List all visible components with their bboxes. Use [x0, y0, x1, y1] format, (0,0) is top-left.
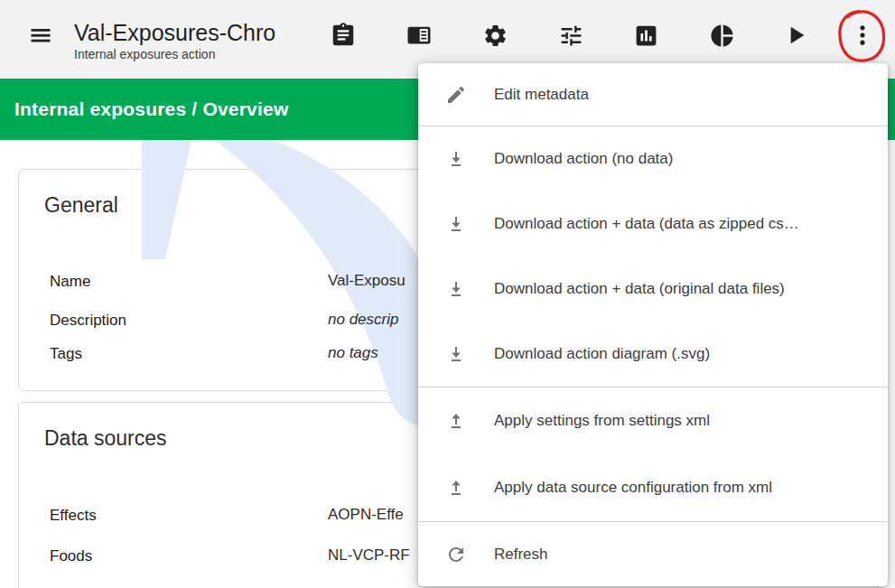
- data-sources-card-title: Data sources: [44, 426, 167, 451]
- more-options-kebab-icon: [850, 23, 875, 48]
- tune-filters-icon: [558, 23, 584, 49]
- menu-item-label: Download action (no data): [494, 150, 673, 168]
- play-icon: [781, 21, 810, 50]
- menu-item-label: Refresh: [494, 546, 548, 564]
- app-subtitle: Internal exposures action: [74, 47, 309, 61]
- download-icon: [445, 278, 467, 300]
- general-name-label: Name: [50, 273, 90, 291]
- screen: General Name Val-Exposu Description no d…: [0, 0, 895, 588]
- general-card-title: General: [44, 193, 118, 218]
- menu-item-edit-metadata[interactable]: Edit metadata: [418, 63, 888, 126]
- general-name-value: Val-Exposu: [328, 272, 406, 290]
- breadcrumb: Internal exposures / Overview: [0, 98, 288, 120]
- app-title: Val-Exposures-Chro: [74, 20, 309, 45]
- download-icon: [445, 148, 467, 170]
- download-icon: [445, 213, 467, 235]
- menu-item-label: Apply settings from settings xml: [494, 412, 710, 430]
- general-tags-value: no tags: [328, 344, 378, 362]
- upload-icon: [445, 477, 467, 499]
- pie-chart-button[interactable]: [704, 17, 740, 53]
- tune-filters-button[interactable]: [553, 17, 589, 53]
- menu-item-label: Apply data source configuration from xml: [494, 479, 772, 497]
- reader-mode-button[interactable]: [401, 17, 437, 53]
- menu-item-apply-settings[interactable]: Apply settings from settings xml: [418, 387, 888, 454]
- app-title-block: Val-Exposures-Chro Internal exposures ac…: [74, 20, 309, 61]
- report-clipboard-icon: [330, 22, 357, 49]
- menu-item-label: Download action diagram (.svg): [494, 345, 710, 363]
- general-tags-label: Tags: [50, 345, 82, 363]
- foods-label: Foods: [50, 547, 92, 565]
- more-options-menu: Edit metadata Download action (no data) …: [418, 63, 888, 586]
- pie-chart-icon: [709, 23, 735, 49]
- bar-chart-button[interactable]: [628, 17, 664, 53]
- menu-item-download-action[interactable]: Download action (no data): [418, 126, 888, 191]
- more-options-button[interactable]: [844, 17, 881, 53]
- settings-gear-icon: [482, 23, 508, 49]
- reader-mode-icon: [406, 22, 433, 49]
- menu-item-label: Download action + data (original data fi…: [494, 280, 785, 298]
- settings-button[interactable]: [477, 17, 513, 53]
- menu-item-label: Download action + data (data as zipped c…: [494, 215, 799, 233]
- refresh-icon: [445, 544, 467, 565]
- report-clipboard-button[interactable]: [325, 17, 361, 53]
- menu-item-apply-datasource-config[interactable]: Apply data source configuration from xml: [418, 454, 888, 521]
- download-icon: [445, 343, 467, 365]
- menu-item-download-action-data-zipped[interactable]: Download action + data (data as zipped c…: [418, 191, 888, 257]
- menu-item-download-action-data-original[interactable]: Download action + data (original data fi…: [418, 257, 888, 322]
- foods-value: NL-VCP-RF: [328, 546, 410, 565]
- upload-icon: [445, 410, 467, 432]
- effects-value: AOPN-Effe: [328, 506, 404, 524]
- hamburger-menu-button[interactable]: [23, 17, 59, 53]
- general-description-label: Description: [50, 312, 126, 330]
- run-action-button[interactable]: [778, 17, 814, 53]
- general-description-value: no descrip: [328, 311, 398, 329]
- menu-item-refresh[interactable]: Refresh: [418, 522, 888, 586]
- effects-label: Effects: [50, 507, 97, 525]
- bar-chart-icon: [633, 23, 659, 49]
- edit-icon: [445, 84, 467, 106]
- menu-item-label: Edit metadata: [494, 86, 589, 104]
- hamburger-menu-icon: [28, 23, 53, 48]
- menu-item-download-diagram[interactable]: Download action diagram (.svg): [418, 322, 888, 387]
